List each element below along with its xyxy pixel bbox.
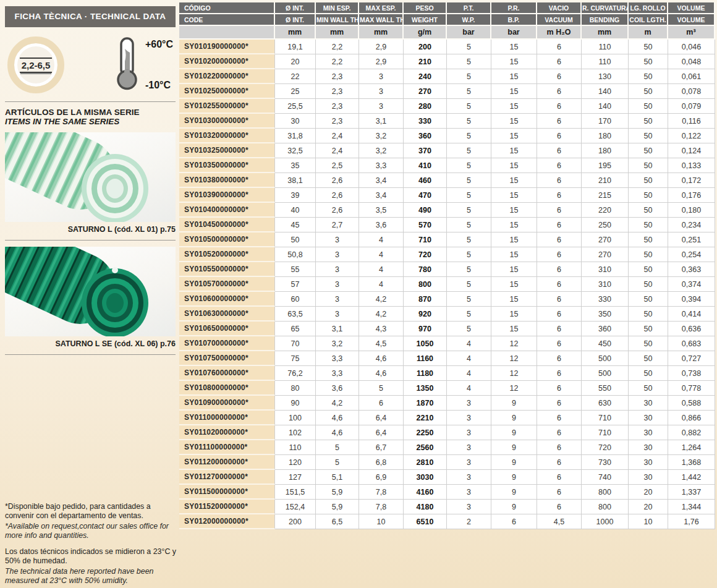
value-cell: 6 — [537, 84, 582, 99]
value-cell: 9 — [491, 425, 537, 440]
value-cell: 0,683 — [668, 336, 715, 351]
value-cell: 0,180 — [668, 203, 715, 218]
value-cell: 4 — [447, 336, 491, 351]
wall-thickness-badge-icon: 2,2-6,5 — [7, 36, 64, 93]
value-cell: 180 — [582, 129, 629, 143]
value-cell: 470 — [404, 188, 447, 203]
value-cell: 50 — [629, 40, 668, 54]
value-cell: 50 — [629, 322, 668, 336]
code-cell: SY010380000000* — [179, 173, 275, 188]
table-row: SY010750000000*753,34,611604126500500,72… — [179, 351, 715, 366]
table-row: SY010320000000*31,82,43,23605156180500,1… — [179, 129, 715, 143]
code-cell: SY010250000000* — [179, 84, 275, 99]
table-row: SY010760000000*76,23,34,611804126500500,… — [179, 366, 715, 381]
value-cell: 270 — [582, 247, 629, 262]
value-cell: 5,1 — [316, 470, 359, 485]
value-cell: 720 — [404, 247, 447, 262]
footnotes: *Disponible bajo pedido, para cantidades… — [5, 502, 177, 588]
value-cell: 0,778 — [668, 381, 715, 396]
value-cell: 127 — [275, 470, 316, 485]
value-cell: 6 — [537, 277, 582, 292]
value-cell: 6 — [537, 307, 582, 322]
value-cell: 6 — [537, 114, 582, 129]
value-cell: 195 — [582, 158, 629, 173]
column-unit: mm — [582, 26, 629, 40]
table-row: SY012000000000*2006,5106510264,51000101,… — [179, 514, 715, 529]
value-cell: 6 — [537, 247, 582, 262]
footnote-available-es: *Disponible bajo pedido, para cantidades… — [5, 502, 177, 521]
value-cell: 15 — [491, 54, 537, 69]
value-cell: 5 — [447, 129, 491, 143]
value-cell: 0,172 — [668, 173, 715, 188]
value-cell: 5 — [447, 203, 491, 218]
value-cell: 50 — [629, 158, 668, 173]
table-head: CÓDIGOØ INT.MIN ESP.MAX ESP.PESOP.T.P.R.… — [179, 2, 715, 40]
value-cell: 32,5 — [275, 143, 316, 158]
code-cell: SY010520000000* — [179, 247, 275, 262]
value-cell: 0,124 — [668, 143, 715, 158]
value-cell: 4,6 — [316, 425, 359, 440]
value-cell: 6,7 — [359, 440, 404, 455]
value-cell: 970 — [404, 322, 447, 336]
value-cell: 1000 — [582, 514, 629, 529]
value-cell: 4,6 — [316, 411, 359, 425]
value-cell: 2,2 — [316, 54, 359, 69]
value-cell: 3,1 — [359, 114, 404, 129]
code-cell: SY010900000000* — [179, 396, 275, 411]
value-cell: 12 — [491, 366, 537, 381]
value-cell: 2810 — [404, 455, 447, 470]
column-header: COIL LGTH. — [629, 14, 668, 26]
value-cell: 210 — [404, 54, 447, 69]
value-cell: 4 — [359, 232, 404, 247]
value-cell: 6 — [537, 158, 582, 173]
value-cell: 130 — [582, 69, 629, 84]
value-cell: 5 — [447, 54, 491, 69]
value-cell: 50 — [629, 99, 668, 114]
value-cell: 1180 — [404, 366, 447, 381]
value-cell: 6 — [537, 351, 582, 366]
value-cell: 31,8 — [275, 129, 316, 143]
column-unit: mm — [275, 26, 316, 40]
value-cell: 5 — [447, 307, 491, 322]
code-cell: SY011200000000* — [179, 455, 275, 470]
column-header: Ø INT. — [275, 14, 316, 26]
code-cell: SY010600000000* — [179, 292, 275, 307]
value-cell: 4 — [359, 247, 404, 262]
value-cell: 151,5 — [275, 485, 316, 500]
value-cell: 570 — [404, 218, 447, 232]
value-cell: 270 — [404, 84, 447, 99]
value-cell: 730 — [582, 455, 629, 470]
value-cell: 2210 — [404, 411, 447, 425]
value-cell: 25,5 — [275, 99, 316, 114]
value-cell: 50 — [629, 203, 668, 218]
value-cell: 500 — [582, 366, 629, 381]
value-cell: 15 — [491, 158, 537, 173]
value-cell: 6 — [537, 381, 582, 396]
value-cell: 20 — [629, 500, 668, 514]
header-row-es: CÓDIGOØ INT.MIN ESP.MAX ESP.PESOP.T.P.R.… — [179, 2, 715, 14]
table-row: SY010400000000*402,63,54905156220500,180 — [179, 203, 715, 218]
code-cell: SY010500000000* — [179, 232, 275, 247]
technical-data-table: CÓDIGOØ INT.MIN ESP.MAX ESP.PESOP.T.P.R.… — [179, 2, 715, 529]
value-cell: 5 — [447, 173, 491, 188]
table-row: SY011500000000*151,55,97,84160396800201,… — [179, 485, 715, 500]
code-cell: SY011500000000* — [179, 485, 275, 500]
value-cell: 5 — [447, 232, 491, 247]
value-cell: 280 — [404, 99, 447, 114]
thermometer-icon — [114, 36, 141, 93]
value-cell: 5 — [447, 84, 491, 99]
value-cell: 4,2 — [316, 396, 359, 411]
value-cell: 2,4 — [316, 143, 359, 158]
value-cell: 0,061 — [668, 69, 715, 84]
column-header: B.P. — [491, 14, 537, 26]
product-image-saturno-l-se — [5, 247, 176, 336]
sidebar: FICHA TÈCNICA · TECHNICAL DATA 2,2-6,5 +… — [5, 6, 176, 355]
value-cell: 140 — [582, 84, 629, 99]
value-cell: 2,3 — [316, 99, 359, 114]
code-cell: SY010750000000* — [179, 351, 275, 366]
value-cell: 6 — [537, 188, 582, 203]
value-cell: 22 — [275, 69, 316, 84]
value-cell: 6 — [537, 262, 582, 277]
table-row: SY010650000000*653,14,39705156360500,636 — [179, 322, 715, 336]
value-cell: 30 — [275, 114, 316, 129]
